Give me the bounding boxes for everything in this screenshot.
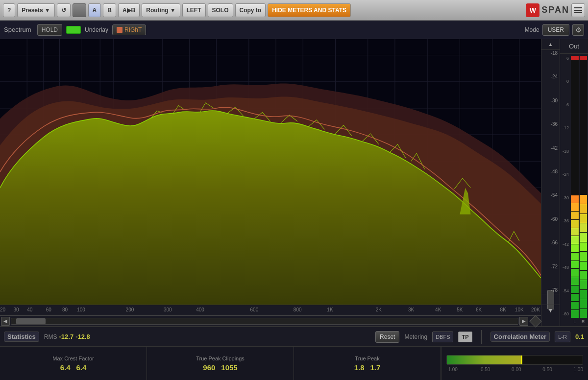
vu-peak-right: [580, 55, 588, 60]
correlation-value: 0.1: [575, 333, 584, 340]
crest-factor-label: Max Crest Factor: [52, 356, 94, 361]
db-label-18: -18: [541, 51, 560, 56]
freq-20: 20: [0, 307, 5, 312]
copyto-button[interactable]: Copy to: [235, 3, 266, 17]
scrollbar-thumb[interactable]: [16, 318, 46, 324]
presets-label: Presets: [22, 7, 43, 14]
separator: [481, 330, 482, 344]
spectrum-main: 20 30 40 60 80 100 200 300 400 600 800 1…: [0, 39, 541, 326]
crest-factor-group: Max Crest Factor 6.4 6.4: [0, 347, 147, 380]
scroll-right-button[interactable]: ▶: [519, 317, 528, 326]
scrollbar-row: ◀ ▶: [0, 315, 541, 326]
corr-axis-m100: -1.00: [446, 367, 458, 372]
vu-seg-yellow-1: [571, 236, 579, 244]
mode-value-button[interactable]: USER: [542, 24, 569, 36]
spectrum-label: Spectrum: [4, 26, 31, 33]
freq-800: 800: [294, 307, 302, 312]
vu-scale-labels: 6 0 -6 -12 -18 -24 -30 -36 -42 -48 -54 -…: [561, 55, 570, 325]
vu-scale-m24: -24: [563, 172, 570, 177]
true-peak-clip-label: True Peak Clippings: [196, 356, 245, 361]
vu-peak-left-indicator: [571, 56, 579, 60]
clip-right-value: 1055: [221, 363, 237, 372]
correlation-meter-row: -1.00 -0.50 0.00 0.50 1.00: [441, 347, 588, 380]
vu-bar-left-bg: [571, 60, 579, 318]
freq-3k: 3K: [408, 307, 414, 312]
solo-button[interactable]: SOLO: [208, 3, 233, 17]
vu-bar-left-fill: [571, 125, 579, 318]
vu-seg-r-yellow-3: [580, 214, 588, 223]
rms-right-value: -12.8: [75, 333, 90, 340]
correlation-marker: [521, 356, 522, 364]
right-channel-label: RIGhT: [124, 26, 142, 33]
crest-left-value: 6.4: [60, 363, 71, 372]
corr-axis-000: 0.00: [512, 367, 521, 372]
vu-seg-green-1: [571, 310, 579, 318]
crest-right-value: 6.4: [76, 363, 87, 372]
vu-scale-m18: -18: [563, 149, 570, 154]
hide-meters-button[interactable]: HIDE METERS AND STATS: [268, 3, 351, 17]
true-peak-clippings-group: True Peak Clippings 960 1055: [147, 347, 294, 380]
vu-seg-r-green-4: [580, 280, 588, 289]
vu-seg-green-5: [571, 277, 579, 285]
vu-scale-m36: -36: [563, 218, 570, 223]
spectrum-section: Spectrum HOLD Underlay RIGhT Mode USER ⚙: [0, 21, 588, 326]
db-label-30: -30: [541, 98, 560, 103]
vu-scale-6: 6: [566, 56, 570, 61]
settings-button[interactable]: ⚙: [572, 24, 584, 36]
freq-200: 200: [126, 307, 134, 312]
underlay-label: Underlay: [85, 26, 108, 33]
dbfs-button[interactable]: DBFS: [432, 332, 453, 342]
left-button[interactable]: LEFT: [182, 3, 206, 17]
crest-factor-values: 6.4 6.4: [60, 363, 87, 372]
vu-seg-orange-2: [571, 195, 579, 203]
freq-30: 30: [14, 307, 19, 312]
clip-left-value: 960: [203, 363, 215, 372]
ab-button[interactable]: A▶B: [118, 3, 140, 17]
presets-button[interactable]: Presets ▼: [17, 3, 54, 17]
db-scrollbar-spacer: [541, 315, 560, 326]
bottom-panel: Statistics RMS -12.7 -12.8 Reset Meterin…: [0, 326, 588, 380]
hold-button[interactable]: HOLD: [37, 24, 62, 36]
db-label-36: -36: [541, 122, 560, 127]
corr-axis-p100: 1.00: [574, 367, 583, 372]
freq-300: 300: [164, 307, 172, 312]
vu-seg-r-yellow-2: [580, 223, 588, 232]
reset-button[interactable]: ↺: [57, 3, 71, 17]
tp-button[interactable]: TP: [458, 332, 472, 342]
db-label-42: -42: [541, 146, 560, 151]
spectrum-svg: [0, 39, 541, 305]
help-button[interactable]: ?: [3, 3, 15, 17]
b-button[interactable]: B: [103, 3, 116, 17]
correlation-label: Correlation Meter: [490, 332, 550, 342]
routing-button[interactable]: Routing ▼: [142, 3, 180, 17]
db-scale-labels: -18 -24 -30 -36 -42 -48 -54 -60 -66 -72 …: [541, 50, 560, 294]
freq-600: 600: [250, 307, 259, 312]
scrollbar-track[interactable]: [11, 318, 518, 325]
true-peak-values: 1.8 1.7: [354, 363, 381, 372]
lr-button[interactable]: L-R: [555, 332, 570, 342]
peak-right-value: 1.7: [370, 363, 381, 372]
reset-button[interactable]: Reset: [375, 331, 399, 343]
right-channel-color-indicator: [117, 27, 122, 33]
db-scroll-up-button[interactable]: ▲: [541, 39, 560, 50]
hamburger-line-2: [574, 10, 582, 11]
statistics-label: Statistics: [4, 332, 39, 342]
freq-6k: 6K: [476, 307, 482, 312]
menu-button[interactable]: [571, 3, 585, 17]
db-scroll-down-button[interactable]: ▼: [541, 305, 560, 315]
scroll-left-button[interactable]: ◀: [1, 317, 10, 326]
presets-chevron-icon: ▼: [45, 7, 50, 14]
vu-scale-m12: -12: [563, 125, 570, 130]
vu-left-channel: L: [571, 55, 579, 325]
vu-seg-r-green-5: [580, 271, 588, 280]
freq-60: 60: [46, 307, 51, 312]
vu-seg-green-4: [571, 285, 579, 293]
vu-seg-green-3: [571, 294, 579, 302]
a-button[interactable]: A: [88, 3, 101, 17]
vu-scale-m54: -54: [563, 288, 570, 293]
right-channel-button[interactable]: RIGhT: [112, 24, 146, 35]
freq-2k: 2K: [376, 307, 382, 312]
vu-right-label: R: [580, 318, 588, 325]
scrollbar-diamond[interactable]: [529, 315, 541, 327]
spectrum-plot[interactable]: [0, 39, 541, 305]
